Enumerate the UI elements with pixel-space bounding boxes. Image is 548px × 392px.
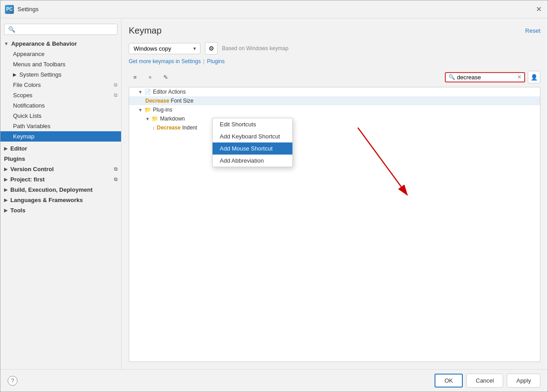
arrow-annotation	[264, 105, 488, 284]
chevron-down-icon: ▼	[4, 41, 9, 46]
more-keymaps-link[interactable]: Get more keymaps in Settings	[129, 58, 202, 65]
chevron-right-icon: ▶	[4, 198, 8, 202]
sidebar-item-keymap[interactable]: Keymap	[0, 131, 121, 142]
tree-row[interactable]: ▼ 📁 Plug-ins	[129, 105, 540, 114]
collapse-icon: ≡	[149, 75, 152, 80]
tree-row[interactable]: Decrease Font Size	[129, 96, 540, 105]
collapse-all-button[interactable]: ≡	[144, 71, 157, 83]
sidebar-item-appearance[interactable]: Appearance	[0, 49, 121, 59]
search-box: 🔍 ✕	[445, 72, 525, 82]
sidebar-item-project-first[interactable]: ▶ Project: first ⧉	[0, 174, 121, 185]
context-menu: Edit Shortcuts Add Keyboard Shortcut Add…	[212, 118, 293, 167]
main-panel: Keymap Reset Windows copy ▼ ⚙ Based on W…	[122, 18, 548, 369]
chevron-right-icon: ▶	[4, 177, 8, 182]
find-usages-button[interactable]: 👤	[528, 71, 540, 83]
sidebar-item-plugins[interactable]: Plugins	[0, 154, 121, 164]
edit-button[interactable]: ✎	[159, 71, 172, 83]
sidebar-item-tools[interactable]: ▶ Tools	[0, 205, 121, 215]
main-header: Keymap Reset	[129, 26, 540, 36]
sidebar-item-quick-lists[interactable]: Quick Lists	[0, 111, 121, 121]
sidebar-item-label: Languages & Frameworks	[10, 197, 83, 203]
sidebar-item-build-execution[interactable]: ▶ Build, Execution, Deployment	[0, 185, 121, 195]
tree-label: Plug-ins	[153, 107, 172, 113]
copy-icon: ⧉	[114, 82, 117, 88]
bottom-bar: ? OK Cancel Apply	[0, 369, 548, 392]
close-button[interactable]: ✕	[534, 5, 543, 14]
sidebar-item-menus-toolbars[interactable]: Menus and Toolbars	[0, 59, 121, 69]
sidebar-item-appearance-behavior[interactable]: ▼ Appearance & Behavior	[0, 39, 121, 49]
sidebar-item-system-settings[interactable]: ▶ System Settings	[0, 69, 121, 80]
context-menu-item-add-keyboard[interactable]: Add Keyboard Shortcut	[213, 130, 292, 142]
search-input[interactable]	[457, 74, 515, 81]
gear-button[interactable]: ⚙	[205, 42, 217, 55]
tree-label: Editor Actions	[153, 89, 186, 95]
heading-icon: ↕	[152, 125, 155, 130]
separator: |	[203, 58, 206, 65]
bottom-right: OK Cancel Apply	[435, 374, 540, 388]
tree-row[interactable]: ▼ 📁 Markdown	[129, 114, 540, 123]
app-icon: PC	[5, 5, 14, 14]
sidebar-item-label: Version Control	[10, 166, 54, 172]
chevron-right-icon: ▶	[4, 208, 8, 213]
sidebar-item-label: File Colors	[13, 82, 41, 88]
sidebar-item-label: Appearance & Behavior	[11, 40, 77, 47]
chevron-right-icon: ▶	[4, 146, 8, 151]
chevron-down-icon: ▼	[145, 116, 150, 121]
search-icon: 🔍	[8, 26, 15, 33]
copy-icon: ⧉	[114, 166, 117, 172]
sidebar-item-label: Appearance	[13, 51, 44, 57]
context-menu-item-add-mouse[interactable]: Add Mouse Shortcut	[213, 142, 292, 155]
reset-button[interactable]: Reset	[525, 27, 540, 34]
sidebar-item-file-colors[interactable]: File Colors ⧉	[0, 80, 121, 90]
find-usages-icon: 👤	[531, 74, 538, 81]
tree-label: Decrease Font Size	[145, 98, 193, 104]
sidebar-item-label: Tools	[10, 207, 26, 214]
copy-icon: ⧉	[114, 92, 117, 98]
ok-button[interactable]: OK	[435, 374, 463, 388]
context-menu-item-add-abbreviation[interactable]: Add Abbreviation	[213, 155, 292, 167]
sidebar-item-label: Quick Lists	[13, 112, 42, 119]
search-icon: 🔍	[448, 74, 455, 80]
plugins-link[interactable]: Plugins	[207, 58, 225, 65]
sidebar-item-notifications[interactable]: Notifications	[0, 100, 121, 111]
folder-icon: 📁	[152, 116, 158, 122]
copy-icon: ⧉	[114, 177, 117, 182]
tree-row[interactable]: ↕ Decrease Indent	[129, 123, 540, 132]
tree-row[interactable]: ▼ 📄 Editor Actions	[129, 87, 540, 96]
toolbar-row: ≡ ≡ ✎ 🔍 ✕ 👤	[129, 71, 540, 83]
sidebar-item-scopes[interactable]: Scopes ⧉	[0, 90, 121, 100]
folder-icon: 📁	[144, 107, 151, 113]
keymap-dropdown[interactable]: Windows copy	[129, 43, 200, 54]
keymap-based-text: Based on Windows keymap	[222, 45, 288, 52]
cancel-button[interactable]: Cancel	[466, 374, 503, 388]
sidebar-item-label: Editor	[10, 145, 27, 152]
page-title: Keymap	[129, 26, 161, 36]
help-button[interactable]: ?	[8, 376, 17, 386]
sidebar-item-label: Build, Execution, Deployment	[10, 186, 92, 193]
chevron-down-icon: ▼	[138, 108, 143, 112]
sidebar-search-box[interactable]: 🔍	[4, 24, 117, 35]
sidebar-item-version-control[interactable]: ▶ Version Control ⧉	[0, 164, 121, 174]
clear-icon[interactable]: ✕	[517, 74, 522, 80]
context-menu-item-edit-shortcuts[interactable]: Edit Shortcuts	[213, 118, 292, 130]
title-bar: PC Settings ✕	[0, 0, 548, 18]
tree-label: Markdown	[160, 116, 185, 122]
tree-label: Decrease Indent	[157, 125, 197, 131]
expand-icon: ≡	[133, 74, 137, 81]
sidebar-item-path-variables[interactable]: Path Variables	[0, 121, 121, 131]
help-icon: ?	[11, 378, 14, 384]
sidebar-item-label: Notifications	[13, 102, 45, 109]
more-keymaps-row: Get more keymaps in Settings | Plugins	[129, 58, 540, 65]
edit-icon: ✎	[163, 74, 168, 81]
sidebar-item-label: System Settings	[19, 71, 61, 78]
sidebar-item-languages-frameworks[interactable]: ▶ Languages & Frameworks	[0, 195, 121, 205]
settings-window: PC Settings ✕ 🔍 ▼ Appearance & Behavior …	[0, 0, 548, 392]
sidebar-search-input[interactable]	[17, 26, 113, 33]
sidebar-item-label: Plugins	[4, 155, 25, 162]
sidebar: 🔍 ▼ Appearance & Behavior Appearance Men…	[0, 18, 122, 369]
chevron-right-icon: ▶	[13, 72, 17, 77]
apply-button[interactable]: Apply	[507, 374, 540, 388]
sidebar-item-label: Project: first	[10, 176, 45, 183]
expand-all-button[interactable]: ≡	[129, 71, 141, 83]
sidebar-item-editor[interactable]: ▶ Editor	[0, 143, 121, 154]
